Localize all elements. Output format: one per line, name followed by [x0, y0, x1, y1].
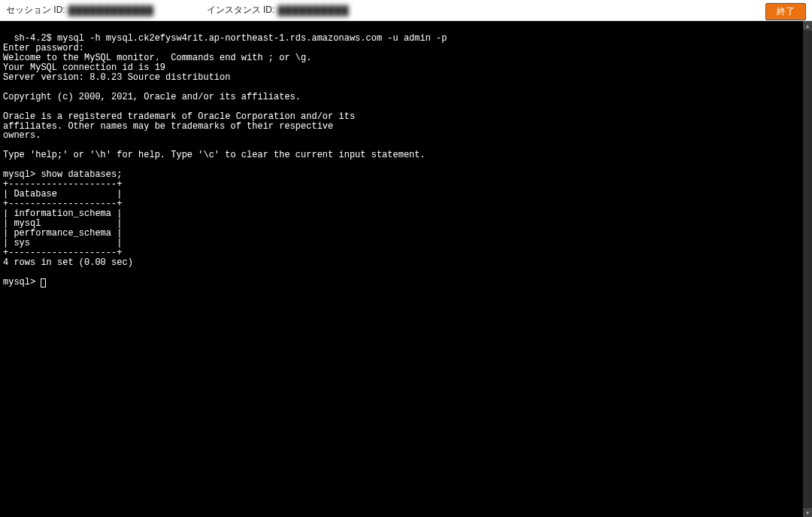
session-id-group: セッション ID: ████████████ [6, 4, 154, 17]
exit-button[interactable]: 終了 [765, 3, 806, 20]
instance-id-group: インスタンス ID: ██████████ [207, 4, 350, 17]
terminal-cursor [41, 278, 46, 287]
instance-id-value: ██████████ [277, 5, 349, 16]
terminal-area[interactable]: sh-4.2$ mysql -h mysql.ck2efysw4rit.ap-n… [0, 21, 812, 517]
scrollbar-down-arrow[interactable]: ▾ [803, 508, 812, 517]
instance-id-label: インスタンス ID: [207, 4, 275, 17]
scrollbar-up-arrow[interactable]: ▴ [803, 21, 812, 30]
scrollbar[interactable]: ▴ ▾ [803, 21, 812, 517]
session-id-value: ████████████ [68, 5, 154, 16]
session-header: セッション ID: ████████████ インスタンス ID: ██████… [0, 0, 812, 21]
session-id-label: セッション ID: [6, 4, 65, 17]
terminal-output: sh-4.2$ mysql -h mysql.ck2efysw4rit.ap-n… [3, 33, 447, 287]
